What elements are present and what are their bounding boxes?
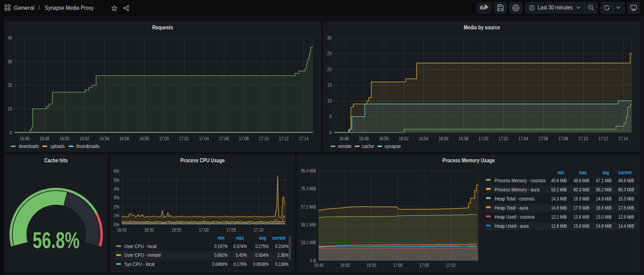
svg-text:56.8%: 56.8% [33,228,80,253]
svg-text:Last 30 minutes: Last 30 minutes [538,4,573,11]
svg-text:17:04: 17:04 [518,136,528,141]
svg-text:0.374%: 0.374% [234,244,247,249]
svg-text:4%: 4% [114,186,119,192]
svg-text:0%: 0% [114,222,119,227]
svg-text:Heap Used - aura: Heap Used - aura [495,223,529,229]
svg-text:17:02: 17:02 [498,136,508,141]
svg-text:16:56: 16:56 [119,136,129,141]
svg-text:14.8 MiB: 14.8 MiB [596,223,611,229]
svg-text:17:05: 17:05 [226,227,236,233]
svg-text:1%: 1% [114,213,119,218]
svg-text:17:06: 17:06 [219,136,229,141]
svg-text:thumbnails: thumbnails [76,143,100,149]
svg-text:0.197%: 0.197% [214,244,228,249]
svg-text:15: 15 [327,82,332,88]
svg-text:Process Memory - aura: Process Memory - aura [495,187,539,192]
svg-text:0.0466%: 0.0466% [212,261,227,267]
svg-text:5: 5 [330,114,332,119]
svg-text:17:04: 17:04 [199,136,209,141]
svg-text:13.0 MiB: 13.0 MiB [596,214,611,220]
svg-text:16:50: 16:50 [379,136,389,141]
svg-text:30: 30 [327,35,332,41]
svg-text:48.8 MiB: 48.8 MiB [618,178,634,183]
svg-text:downloads: downloads [19,143,39,149]
svg-text:16:52: 16:52 [399,136,409,141]
svg-text:Synapse Media Proxy: Synapse Media Proxy [45,5,94,11]
svg-text:current: current [272,235,285,241]
svg-text:/: / [38,5,40,11]
svg-text:95.4 MiB: 95.4 MiB [301,168,316,174]
svg-text:14.8 MiB: 14.8 MiB [551,205,567,211]
svg-text:min: min [218,235,225,241]
svg-text:53.1 MiB: 53.1 MiB [551,187,567,192]
svg-text:30: 30 [8,59,12,64]
svg-text:14.3 MiB: 14.3 MiB [551,196,567,202]
svg-text:48.8 MiB: 48.8 MiB [574,178,589,183]
svg-text:Heap Used - cosmos: Heap Used - cosmos [495,214,535,220]
svg-text:14.9 MiB: 14.9 MiB [596,196,611,202]
svg-text:2%: 2% [114,204,119,210]
svg-text:16.6 MiB: 16.6 MiB [596,205,611,211]
svg-text:0: 0 [10,130,12,135]
svg-text:16:50: 16:50 [59,136,69,141]
svg-text:16:45: 16:45 [314,262,324,268]
svg-text:16:55: 16:55 [367,262,376,268]
svg-text:16:55: 16:55 [172,227,182,233]
svg-text:45.6 MiB: 45.6 MiB [551,178,567,183]
svg-text:10: 10 [327,98,332,104]
svg-text:User CPU - remote: User CPU - remote [125,252,161,258]
svg-text:0.0938%: 0.0938% [253,261,269,267]
svg-text:17:12: 17:12 [598,136,608,141]
svg-text:0.934%: 0.934% [255,252,269,258]
svg-text:17:00: 17:00 [159,136,169,141]
svg-text:17:08: 17:08 [558,136,568,141]
svg-text:16:58: 16:58 [459,136,468,141]
svg-text:avg: avg [602,170,609,175]
svg-text:17:12: 17:12 [279,136,289,141]
svg-text:12.2 MiB: 12.2 MiB [551,214,567,220]
svg-text:25: 25 [327,51,332,56]
svg-text:80.3 MiB: 80.3 MiB [574,187,589,192]
svg-text:20: 20 [8,82,12,88]
svg-text:0.176%: 0.176% [234,261,247,267]
svg-text:min: min [557,170,564,175]
svg-text:17:14: 17:14 [618,136,628,141]
svg-text:avg: avg [260,235,266,241]
svg-text:17.5 MiB: 17.5 MiB [618,205,634,211]
svg-text:0: 0 [330,130,332,135]
svg-text:16:50: 16:50 [144,227,154,233]
svg-text:Heap Total - cosmos: Heap Total - cosmos [495,196,535,202]
svg-text:47.1 MiB: 47.1 MiB [596,178,611,183]
svg-text:Heap Total - aura: Heap Total - aura [495,205,528,211]
svg-text:17:10: 17:10 [578,136,588,141]
svg-text:max: max [579,170,587,175]
svg-text:17:05: 17:05 [419,262,429,268]
svg-text:cache: cache [362,143,374,149]
svg-text:57.2 MiB: 57.2 MiB [301,204,316,210]
svg-text:17:10: 17:10 [259,136,269,141]
svg-text:17:02: 17:02 [179,136,189,141]
svg-text:17:10: 17:10 [254,227,263,233]
svg-text:0.682%: 0.682% [214,252,228,258]
svg-text:17:14: 17:14 [299,136,309,141]
svg-text:6%: 6% [114,168,119,174]
svg-text:76.3 MiB: 76.3 MiB [301,186,316,191]
svg-text:2.30%: 2.30% [277,252,289,258]
svg-text:14.4 MiB: 14.4 MiB [618,223,634,229]
svg-text:12.8 MiB: 12.8 MiB [551,223,567,229]
svg-text:17:00: 17:00 [393,262,403,268]
svg-text:uploads: uploads [50,143,65,149]
svg-text:0.139%: 0.139% [275,261,289,267]
svg-text:16:48: 16:48 [40,136,49,141]
svg-text:5%: 5% [114,177,119,183]
svg-text:56.2 MiB: 56.2 MiB [596,187,611,192]
svg-text:15.8 MiB: 15.8 MiB [574,223,589,229]
svg-text:General: General [14,5,34,11]
svg-text:current: current [618,170,632,175]
svg-text:19.1 MiB: 19.1 MiB [301,240,316,245]
svg-text:16:56: 16:56 [439,136,448,141]
svg-text:16:58: 16:58 [139,136,149,141]
svg-text:5.45%: 5.45% [236,252,247,258]
svg-text:16:54: 16:54 [99,136,109,141]
svg-text:3%: 3% [114,195,119,200]
